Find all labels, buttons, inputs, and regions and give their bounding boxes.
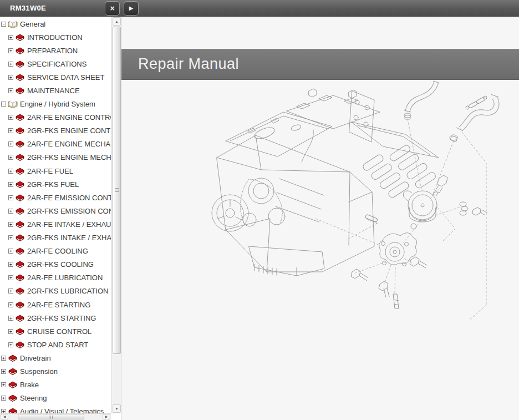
tree-item[interactable]: +2AR-FE COOLING: [0, 245, 111, 258]
close-icon[interactable]: ×: [105, 1, 120, 16]
tree-item[interactable]: +Drivetrain: [0, 351, 111, 365]
tree-item-label: PREPARATION: [27, 47, 78, 55]
tree-item[interactable]: +Brake: [0, 378, 111, 392]
expand-icon[interactable]: +: [1, 382, 6, 387]
tree-item[interactable]: +INTRODUCTION: [0, 31, 111, 44]
expand-icon[interactable]: +: [8, 302, 13, 307]
book-closed-icon: [15, 180, 25, 189]
tree-item[interactable]: +2AR-FE STARTING: [0, 298, 111, 311]
expand-icon[interactable]: +: [8, 155, 13, 160]
horizontal-scrollbar[interactable]: ◀ ▶: [0, 413, 111, 420]
tree-item-label: Engine / Hybrid System: [20, 100, 95, 108]
tree-item[interactable]: +2AR-FE LUBRICATION: [0, 271, 111, 285]
tree-item-label: 2AR-FE COOLING: [27, 247, 88, 255]
collapse-icon[interactable]: -: [1, 102, 6, 107]
book-closed-icon: [8, 354, 18, 362]
forward-icon[interactable]: ▶: [124, 1, 139, 16]
expand-icon[interactable]: +: [8, 128, 13, 133]
expand-icon[interactable]: +: [8, 169, 13, 174]
tree-item[interactable]: -General: [0, 17, 111, 31]
tree-item[interactable]: +2GR-FKS INTAKE / EXHAUST: [0, 231, 111, 245]
expand-icon[interactable]: +: [1, 356, 6, 361]
expand-icon[interactable]: +: [8, 62, 13, 67]
scroll-down-icon[interactable]: ▼: [113, 404, 121, 413]
expand-icon[interactable]: +: [8, 209, 13, 214]
tree-item[interactable]: +STOP AND START: [0, 338, 111, 351]
expand-icon[interactable]: +: [8, 195, 13, 200]
tree-item[interactable]: +2GR-FKS EMISSION CONTROL: [0, 204, 111, 217]
expand-icon[interactable]: +: [8, 141, 13, 146]
expand-icon[interactable]: +: [8, 88, 13, 93]
book-closed-icon: [15, 126, 25, 135]
scroll-left-icon[interactable]: ◀: [1, 414, 8, 419]
tree-item[interactable]: +Suspension: [0, 365, 111, 378]
tree-item-label: 2AR-FE EMISSION CONTROL: [27, 194, 111, 202]
book-open-icon: [8, 20, 18, 28]
tree-item[interactable]: +Steering: [0, 392, 111, 405]
expand-icon[interactable]: +: [8, 289, 13, 294]
book-closed-icon: [15, 167, 25, 175]
expand-icon[interactable]: +: [1, 369, 6, 374]
book-closed-icon: [15, 260, 25, 269]
expand-icon[interactable]: +: [1, 396, 6, 401]
tree-item[interactable]: +2GR-FKS COOLING: [0, 258, 111, 271]
book-closed-icon: [15, 207, 25, 215]
tree-item-label: SPECIFICATIONS: [27, 60, 86, 68]
expand-icon[interactable]: +: [8, 222, 13, 227]
expand-icon[interactable]: +: [8, 262, 13, 267]
expand-icon[interactable]: +: [1, 409, 6, 413]
vertical-scrollbar-thumb[interactable]: [113, 27, 121, 354]
tree-item-label: 2GR-FKS STARTING: [27, 314, 96, 322]
collapse-icon[interactable]: -: [1, 22, 6, 27]
book-closed-icon: [15, 60, 25, 68]
tree-item[interactable]: +PREPARATION: [0, 44, 111, 57]
app-window: RM31W0E × ▶ -General+INTRODUCTION+PREPAR…: [0, 0, 519, 420]
tree-item[interactable]: +SPECIFICATIONS: [0, 57, 111, 70]
book-closed-icon: [15, 194, 25, 202]
book-closed-icon: [15, 113, 25, 122]
tree-item-label: INTRODUCTION: [27, 33, 83, 42]
scroll-right-icon[interactable]: ▶: [103, 414, 110, 419]
tree-item[interactable]: -Engine / Hybrid System: [0, 98, 111, 111]
tree-item[interactable]: +CRUISE CONTROL: [0, 325, 111, 338]
book-closed-icon: [15, 87, 25, 95]
expand-icon[interactable]: +: [8, 48, 13, 53]
title-bar: RM31W0E × ▶: [0, 0, 519, 17]
tree-item-label: 2AR-FE ENGINE CONTROL: [27, 113, 111, 122]
tree-item[interactable]: +2GR-FKS ENGINE CONTROL: [0, 124, 111, 138]
expand-icon[interactable]: +: [8, 182, 13, 187]
expand-icon[interactable]: +: [8, 316, 13, 321]
tree-item[interactable]: +MAINTENANCE: [0, 84, 111, 97]
tree-item[interactable]: +2GR-FKS STARTING: [0, 311, 111, 325]
tree-item[interactable]: +Audio / Visual / Telematics: [0, 405, 111, 413]
tree-item-label: General: [20, 20, 45, 28]
tree-item-label: CRUISE CONTROL: [27, 327, 91, 336]
tree-item[interactable]: +2AR-FE ENGINE CONTROL: [0, 111, 111, 124]
tree-item-label: MAINTENANCE: [27, 87, 80, 95]
expand-icon[interactable]: +: [8, 75, 13, 80]
expand-icon[interactable]: +: [8, 115, 13, 120]
expand-icon[interactable]: +: [8, 235, 13, 240]
book-closed-icon: [15, 301, 25, 309]
vertical-scrollbar[interactable]: ▲ ▼: [111, 17, 121, 413]
tree-item-label: Suspension: [20, 367, 58, 376]
tree-item[interactable]: +2AR-FE FUEL: [0, 164, 111, 178]
tree-item[interactable]: +SERVICE DATA SHEET: [0, 70, 111, 84]
scroll-up-icon[interactable]: ▲: [113, 17, 121, 26]
expand-icon[interactable]: +: [8, 35, 13, 40]
tree-item-label: 2AR-FE LUBRICATION: [27, 274, 103, 282]
horizontal-scrollbar-thumb[interactable]: [18, 414, 84, 419]
book-open-icon: [8, 100, 18, 108]
tree-item[interactable]: +2GR-FKS LUBRICATION: [0, 285, 111, 298]
tree-item[interactable]: +2AR-FE EMISSION CONTROL: [0, 191, 111, 204]
expand-icon[interactable]: +: [8, 329, 13, 334]
tree-item[interactable]: +2AR-FE ENGINE MECHANICAL: [0, 138, 111, 151]
expand-icon[interactable]: +: [8, 342, 13, 347]
tree-item[interactable]: +2GR-FKS ENGINE MECHANICAL: [0, 151, 111, 164]
tree-item-label: STOP AND START: [27, 341, 88, 349]
tree-item[interactable]: +2AR-FE INTAKE / EXHAUST: [0, 217, 111, 231]
tree-item[interactable]: +2GR-FKS FUEL: [0, 178, 111, 191]
expand-icon[interactable]: +: [8, 275, 13, 280]
expand-icon[interactable]: +: [8, 249, 13, 254]
book-closed-icon: [8, 407, 18, 413]
